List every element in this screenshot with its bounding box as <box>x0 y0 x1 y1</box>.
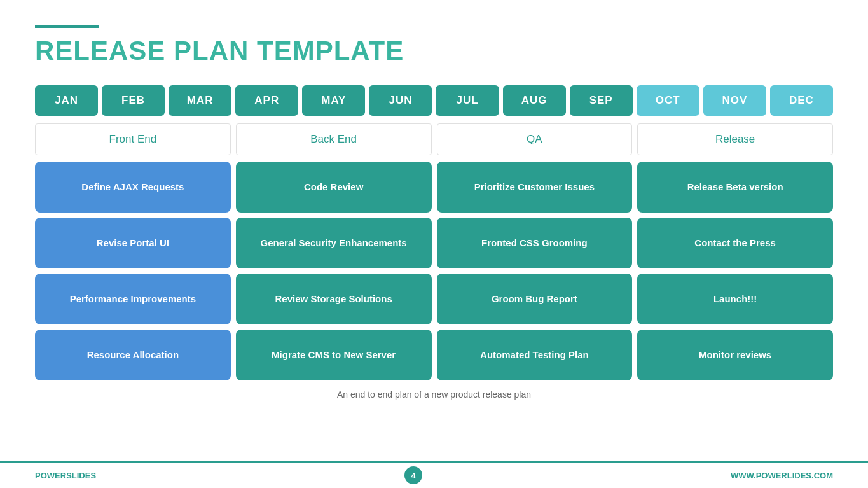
page-number: 4 <box>404 466 422 484</box>
month-cell-apr: APR <box>235 85 298 116</box>
task-cell: Monitor reviews <box>637 330 833 380</box>
months-row: JANFEBMARAPRMAYJUNJULAUGSEPOCTNOVDEC <box>35 85 833 116</box>
task-cell: Migrate CMS to New Server <box>236 330 432 380</box>
footer-brand: POWERSLIDES <box>35 471 96 480</box>
page-title: RELEASE PLAN TEMPLATE <box>35 36 833 66</box>
category-cell-back-end: Back End <box>236 123 432 155</box>
tasks-row-0: Define AJAX RequestsCode ReviewPrioritiz… <box>35 162 833 213</box>
category-cell-qa: QA <box>437 123 633 155</box>
slide: RELEASE PLAN TEMPLATE JANFEBMARAPRMAYJUN… <box>0 0 868 488</box>
task-cell: Code Review <box>236 162 432 213</box>
month-cell-nov: NOV <box>703 85 766 116</box>
month-cell-sep: SEP <box>570 85 633 116</box>
task-cell: General Security Enhancements <box>236 218 432 268</box>
footer-brand-part1: POWER <box>35 471 66 480</box>
category-cell-release: Release <box>637 123 833 155</box>
caption: An end to end plan of a new product rele… <box>35 389 833 400</box>
task-cell: Contact the Press <box>637 218 833 268</box>
month-cell-aug: AUG <box>503 85 566 116</box>
task-cell: Fronted CSS Grooming <box>437 218 633 268</box>
title-part1: RELEASE PLAN <box>35 36 257 66</box>
task-cell: Release Beta version <box>637 162 833 213</box>
task-cell: Prioritize Customer Issues <box>437 162 633 213</box>
tasks-row-2: Performance ImprovementsReview Storage S… <box>35 274 833 324</box>
month-cell-feb: FEB <box>102 85 165 116</box>
top-line-decoration <box>35 25 99 28</box>
month-cell-jun: JUN <box>369 85 432 116</box>
footer-url: WWW.POWERLIDES.COM <box>731 471 833 480</box>
month-cell-may: MAY <box>302 85 365 116</box>
title-part2: TEMPLATE <box>257 36 404 66</box>
task-cell: Resource Allocation <box>35 330 231 380</box>
category-cell-front-end: Front End <box>35 123 231 155</box>
footer-brand-part2: SLIDES <box>66 471 96 480</box>
task-cell: Define AJAX Requests <box>35 162 231 213</box>
tasks-grid: Define AJAX RequestsCode ReviewPrioritiz… <box>35 162 833 380</box>
categories-row: Front EndBack EndQARelease <box>35 123 833 155</box>
task-cell: Automated Testing Plan <box>437 330 633 380</box>
task-cell: Groom Bug Report <box>437 274 633 324</box>
tasks-row-3: Resource AllocationMigrate CMS to New Se… <box>35 330 833 380</box>
footer: POWERSLIDES 4 WWW.POWERLIDES.COM <box>0 461 868 488</box>
task-cell: Review Storage Solutions <box>236 274 432 324</box>
month-cell-jul: JUL <box>436 85 499 116</box>
task-cell: Revise Portal UI <box>35 218 231 268</box>
task-cell: Launch!!! <box>637 274 833 324</box>
month-cell-dec: DEC <box>770 85 833 116</box>
month-cell-oct: OCT <box>637 85 699 116</box>
month-cell-mar: MAR <box>169 85 231 116</box>
task-cell: Performance Improvements <box>35 274 231 324</box>
tasks-row-1: Revise Portal UIGeneral Security Enhance… <box>35 218 833 268</box>
month-cell-jan: JAN <box>35 85 98 116</box>
